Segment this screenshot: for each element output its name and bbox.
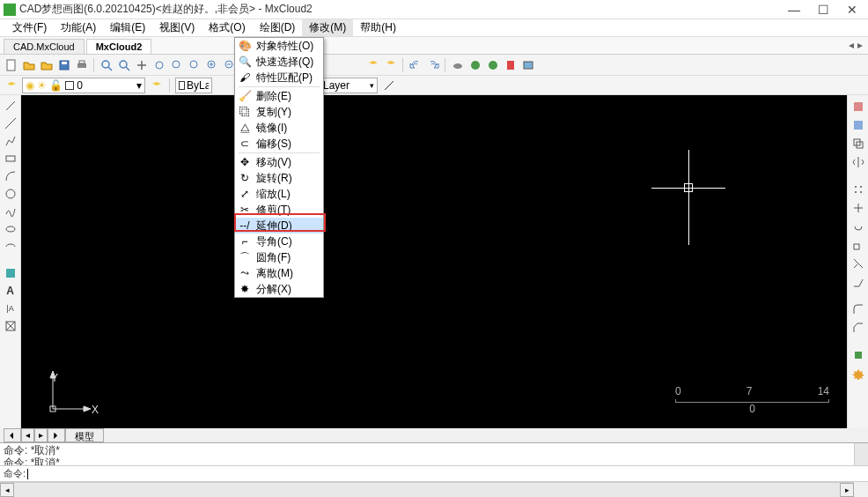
linetype-edit-icon[interactable]	[381, 78, 396, 93]
r-extend-icon[interactable]	[850, 274, 865, 289]
dd-object-properties[interactable]: 🎨对象特性(O)	[235, 38, 323, 54]
pdf-icon[interactable]	[503, 57, 518, 72]
btab-next[interactable]: ▸	[34, 428, 48, 442]
dd-mirror[interactable]: ⧋镜像(I)	[235, 120, 323, 136]
dd-erase[interactable]: 🧹删除(E)	[235, 88, 323, 104]
chamfer-icon: ⌐	[239, 235, 251, 248]
dd-rotate[interactable]: ↻旋转(R)	[235, 170, 323, 186]
btab-prev[interactable]: ◂	[21, 428, 34, 442]
save-icon[interactable]	[56, 57, 71, 72]
maximize-button[interactable]: ☐	[818, 4, 829, 16]
zoom-prev-icon[interactable]	[151, 57, 166, 72]
tab-2[interactable]: MxCloud2	[86, 39, 152, 54]
image-icon[interactable]	[520, 57, 535, 72]
tab-1[interactable]: CAD.MxCloud	[4, 39, 85, 54]
r-mirror-icon[interactable]	[850, 154, 865, 169]
dd-extend[interactable]: --/延伸(D)	[235, 218, 323, 234]
zoom-in-icon[interactable]	[204, 57, 219, 72]
r-rotate-icon[interactable]	[850, 219, 865, 234]
btab-first[interactable]: ⏴	[4, 428, 21, 442]
circle-icon[interactable]	[3, 187, 18, 201]
dd-break[interactable]: ⤳离散(M)	[235, 265, 323, 281]
layer-tool-icon[interactable]	[149, 78, 164, 93]
spline-icon[interactable]	[3, 204, 18, 219]
dd-explode[interactable]: ✸分解(X)	[235, 281, 323, 297]
r-chamfer-icon[interactable]	[850, 320, 865, 335]
text-icon[interactable]: A	[3, 284, 18, 298]
cmd-scrollbar-v[interactable]	[854, 443, 868, 465]
hatch-icon[interactable]	[3, 266, 18, 280]
minimize-button[interactable]: —	[788, 4, 800, 16]
arc-icon[interactable]	[3, 169, 18, 183]
open-icon[interactable]	[21, 57, 36, 72]
dd-offset[interactable]: ⊂偏移(S)	[235, 136, 323, 152]
r-move-icon[interactable]	[850, 200, 865, 215]
open2-icon[interactable]	[39, 57, 54, 72]
new-icon[interactable]	[4, 57, 18, 72]
menu-file[interactable]: 文件(F)	[5, 19, 54, 36]
btab-last[interactable]: ⏵	[48, 428, 65, 442]
tab-next-icon[interactable]: ▸	[857, 39, 863, 51]
r-copy-icon[interactable]	[850, 136, 865, 151]
menu-edit[interactable]: 编辑(E)	[103, 19, 152, 36]
layer-mgr-icon[interactable]	[365, 57, 380, 72]
close-button[interactable]: ✕	[847, 4, 857, 16]
zoom-realtime-icon[interactable]	[169, 57, 184, 72]
app-icon	[4, 4, 16, 16]
drawing-canvas[interactable]: Y X 0 7 14 0	[21, 95, 847, 428]
dd-trim[interactable]: ✂修剪(T)	[235, 202, 323, 218]
r-fillet-icon[interactable]	[850, 301, 865, 316]
menu-view[interactable]: 视图(V)	[152, 19, 202, 36]
command-history: 命令: *取消* 命令: *取消* 命令: *取消* 命令:	[0, 442, 868, 481]
menu-format[interactable]: 格式(O)	[202, 19, 252, 36]
ellipse-icon[interactable]	[3, 222, 18, 236]
dd-fillet[interactable]: ⌒圆角(F)	[235, 249, 323, 265]
undo-icon[interactable]	[408, 57, 423, 72]
layer-state-icon[interactable]	[4, 78, 18, 93]
r-dim-icon[interactable]	[850, 347, 865, 362]
menu-help[interactable]: 帮助(H)	[353, 19, 403, 36]
pan-icon[interactable]	[134, 57, 149, 72]
print-icon[interactable]	[74, 57, 89, 72]
dd-chamfer[interactable]: ⌐导角(C)	[235, 234, 323, 249]
r-props-icon[interactable]	[850, 99, 865, 114]
block-icon[interactable]	[3, 319, 18, 333]
scroll-right-button[interactable]: ▸	[840, 483, 854, 497]
tab-prev-icon[interactable]: ◂	[849, 39, 854, 51]
dd-quick-select[interactable]: 🔍快速选择(Q)	[235, 54, 323, 70]
menu-func[interactable]: 功能(A)	[54, 19, 103, 36]
r-scale-icon[interactable]	[850, 237, 865, 252]
rectangle-icon[interactable]	[3, 152, 18, 166]
r-trim-icon[interactable]	[850, 256, 865, 271]
menu-draw[interactable]: 绘图(D)	[253, 19, 303, 36]
tab-model[interactable]: 模型	[65, 428, 104, 442]
regen-icon[interactable]	[187, 57, 202, 72]
scroll-track[interactable]	[14, 483, 840, 497]
refresh-icon[interactable]	[485, 57, 500, 72]
dd-match-props[interactable]: 🖌特性匹配(P)	[235, 70, 323, 85]
mtext-icon[interactable]: |A	[3, 301, 18, 315]
cmd-line-1: 命令: *取消*	[4, 444, 864, 456]
layer-iso-icon[interactable]	[383, 57, 398, 72]
menu-modify[interactable]: 修改(M)	[302, 19, 353, 36]
command-input[interactable]: 命令:	[0, 465, 868, 481]
zoom-extents-icon[interactable]	[99, 57, 114, 72]
redo-icon[interactable]	[425, 57, 440, 72]
svg-point-10	[173, 61, 180, 68]
color-combo[interactable]: ByLaye	[175, 78, 212, 93]
dd-move[interactable]: ✥移动(V)	[235, 154, 323, 170]
r-layers-icon[interactable]	[850, 117, 865, 132]
dd-scale[interactable]: ⤢缩放(L)	[235, 186, 323, 202]
ellipse-arc-icon[interactable]	[3, 240, 18, 254]
r-explode-icon[interactable]	[850, 366, 865, 381]
web-icon[interactable]	[467, 57, 482, 72]
r-array-icon[interactable]	[850, 182, 865, 197]
scroll-left-button[interactable]: ◂	[0, 483, 14, 497]
cloud-icon[interactable]	[450, 57, 465, 72]
polyline-icon[interactable]	[3, 134, 18, 148]
zoom-window-icon[interactable]	[116, 57, 131, 72]
xline-icon[interactable]	[3, 116, 18, 130]
line-icon[interactable]	[3, 99, 18, 113]
dd-copy[interactable]: ⿻复制(Y)	[235, 104, 323, 120]
layer-selector[interactable]: ◉ ☀ 🔓 0 ▾	[22, 78, 145, 93]
